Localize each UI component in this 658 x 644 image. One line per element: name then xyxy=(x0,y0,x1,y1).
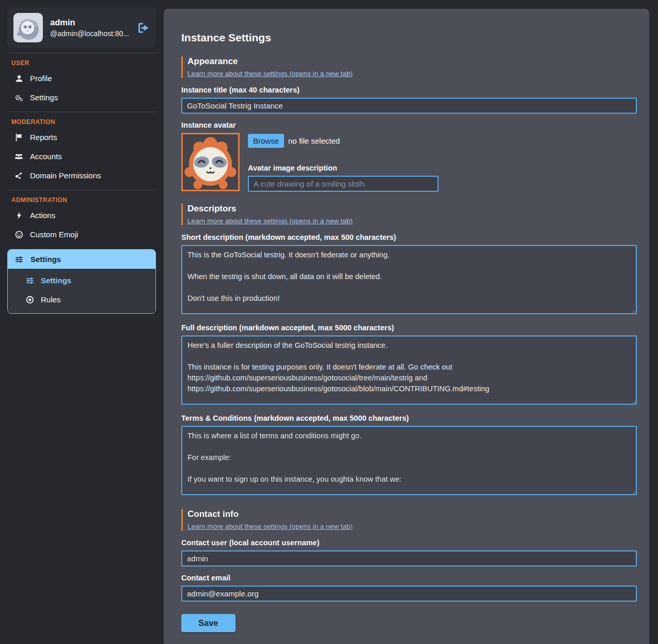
avatar-controls: Browse no file selected Avatar image des… xyxy=(248,133,438,192)
sidebar-item-label: Settings xyxy=(30,93,58,102)
sidebar-divider xyxy=(7,190,156,190)
page-title: Instance Settings xyxy=(181,32,637,44)
settings-submenu: Settings Rules xyxy=(8,269,155,313)
field-instance-avatar: Instance avatar xyxy=(181,121,637,192)
sidebar-item-label: Domain Permissions xyxy=(30,171,101,180)
circle-dot-icon xyxy=(25,296,34,304)
avatar-description-field: Avatar image description xyxy=(248,164,438,192)
instance-title-input[interactable] xyxy=(181,98,637,114)
sidebar-item-accounts[interactable]: Accounts xyxy=(7,147,156,166)
gears-icon xyxy=(14,94,23,102)
user-card[interactable]: admin @admin@localhost:80... xyxy=(7,7,156,48)
section-title: Contact info xyxy=(187,509,637,519)
user-icon xyxy=(14,74,23,83)
sidebar-item-profile[interactable]: Profile xyxy=(7,69,156,88)
field-contact-user: Contact user (local account username) xyxy=(181,539,637,566)
sliders-icon xyxy=(25,277,34,285)
sidebar-item-user-settings[interactable]: Settings xyxy=(7,88,156,107)
section-descriptors: Descriptors Learn more about these setti… xyxy=(181,204,637,225)
save-button[interactable]: Save xyxy=(181,614,236,632)
section-contact-info: Contact info Learn more about these sett… xyxy=(181,509,637,531)
category-user: USER xyxy=(11,59,156,67)
instance-avatar-image xyxy=(181,133,240,191)
field-label: Terms & Conditions (markdown accepted, m… xyxy=(181,414,637,422)
category-moderation: MODERATION xyxy=(11,118,156,126)
field-label: Short description (markdown accepted, ma… xyxy=(181,233,637,241)
bolt-icon xyxy=(14,211,23,220)
sidebar-item-label: Profile xyxy=(30,74,52,83)
flag-icon xyxy=(14,133,23,142)
field-label: Instance title (max 40 characters) xyxy=(181,86,637,94)
sidebar-divider xyxy=(7,53,156,53)
username: admin xyxy=(50,18,129,27)
user-handle: @admin@localhost:80... xyxy=(50,29,129,38)
contact-email-input[interactable] xyxy=(181,586,637,602)
sloth-avatar-gray-icon xyxy=(13,13,43,42)
instance-settings-panel: Instance Settings Appearance Learn more … xyxy=(164,9,649,644)
field-terms: Terms & Conditions (markdown accepted, m… xyxy=(181,414,637,497)
sidebar-item-reports[interactable]: Reports xyxy=(7,128,156,147)
section-title: Descriptors xyxy=(187,204,637,214)
submenu-item-label: Rules xyxy=(41,295,60,304)
submenu-item-label: Settings xyxy=(41,276,71,285)
section-title: Appearance xyxy=(187,56,637,67)
field-short-description: Short description (markdown accepted, ma… xyxy=(181,233,637,316)
section-appearance: Appearance Learn more about these settin… xyxy=(181,56,637,78)
sliders-icon xyxy=(15,255,24,264)
field-contact-email: Contact email xyxy=(181,574,637,602)
user-avatar xyxy=(13,13,43,42)
field-full-description: Full description (markdown accepted, max… xyxy=(181,324,637,407)
sidebar-item-actions[interactable]: Actions xyxy=(7,206,156,225)
sidebar-item-label: Settings xyxy=(30,255,61,264)
field-label: Avatar image description xyxy=(248,164,438,172)
sidebar-item-domain-permissions[interactable]: Domain Permissions xyxy=(7,166,156,185)
sloth-avatar-orange-icon xyxy=(183,134,238,190)
sidebar-item-label: Custom Emoji xyxy=(30,230,78,239)
category-administration: ADMINISTRATION xyxy=(11,196,156,204)
short-description-textarea[interactable]: This is the GoToSocial testrig. It doesn… xyxy=(181,245,637,314)
sidebar-item-custom-emoji[interactable]: Custom Emoji xyxy=(7,225,156,244)
field-label: Instance avatar xyxy=(181,121,637,129)
sidebar-item-settings-active[interactable]: Settings xyxy=(8,250,155,269)
smiley-icon xyxy=(14,231,23,239)
user-meta: admin @admin@localhost:80... xyxy=(50,18,129,38)
field-instance-title: Instance title (max 40 characters) xyxy=(181,86,637,114)
logout-icon[interactable] xyxy=(137,22,150,34)
browse-button[interactable]: Browse xyxy=(248,134,284,148)
instance-avatar-row: Browse no file selected Avatar image des… xyxy=(181,133,637,192)
file-picker-row: Browse no file selected xyxy=(248,134,438,148)
learn-more-link[interactable]: Learn more about these settings (opens i… xyxy=(187,523,353,530)
sidebar-divider xyxy=(7,112,156,112)
submenu-item-settings[interactable]: Settings xyxy=(8,271,155,290)
avatar-description-input[interactable] xyxy=(248,176,438,192)
sidebar-item-label: Reports xyxy=(30,133,57,142)
sidebar-item-label: Accounts xyxy=(30,152,62,161)
field-label: Contact user (local account username) xyxy=(181,539,637,547)
sidebar-item-label: Actions xyxy=(30,211,55,220)
contact-user-input[interactable] xyxy=(181,550,637,566)
settings-nav-block: Settings Settings xyxy=(7,249,156,314)
submenu-item-rules[interactable]: Rules xyxy=(8,290,155,309)
file-status-text: no file selected xyxy=(288,136,340,145)
share-nodes-icon xyxy=(14,172,23,180)
full-description-textarea[interactable]: Here's a fuller description of the GoToS… xyxy=(181,335,637,405)
learn-more-link[interactable]: Learn more about these settings (opens i… xyxy=(187,217,353,225)
learn-more-link[interactable]: Learn more about these settings (opens i… xyxy=(187,70,353,78)
field-label: Contact email xyxy=(181,574,637,582)
field-label: Full description (markdown accepted, max… xyxy=(181,324,637,332)
terms-textarea[interactable]: This is where a list of terms and condit… xyxy=(181,426,637,495)
sidebar: admin @admin@localhost:80... USER Profil… xyxy=(7,7,156,314)
users-icon xyxy=(14,152,23,161)
